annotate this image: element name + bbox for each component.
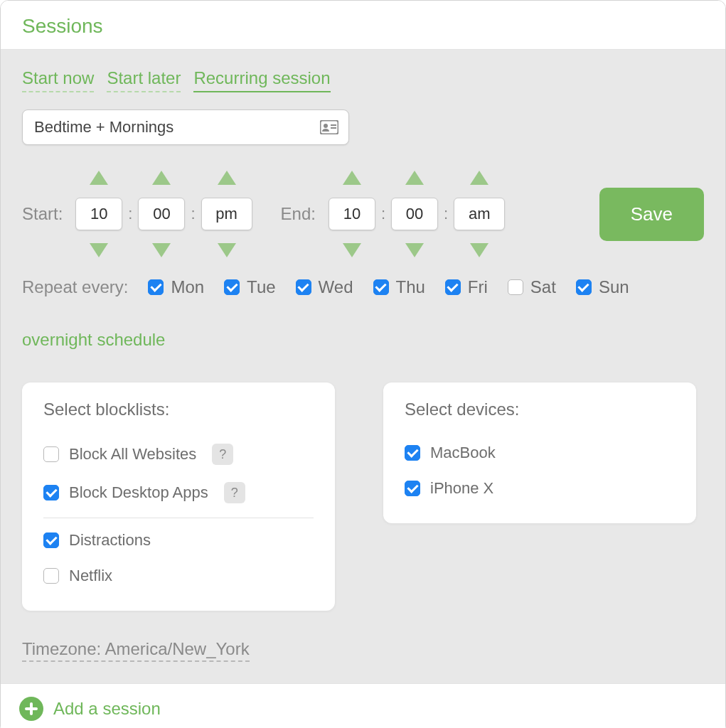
selection-cards: Select blocklists: Block All Websites ? … (22, 382, 704, 611)
start-min-input[interactable]: 00 (138, 198, 185, 230)
day-thu[interactable]: Thu (373, 277, 425, 297)
end-ampm-up-icon[interactable] (470, 171, 489, 185)
tab-start-now[interactable]: Start now (22, 68, 94, 92)
end-hour-down-icon[interactable] (343, 243, 361, 257)
panel-title: Sessions (22, 15, 704, 38)
end-min-down-icon[interactable] (405, 243, 424, 257)
overnight-note: overnight schedule (22, 330, 704, 350)
end-min-up-icon[interactable] (405, 171, 424, 185)
help-icon[interactable]: ? (212, 444, 233, 465)
repeat-row: Repeat every: Mon Tue Wed Thu Fri Sat Su… (22, 277, 704, 297)
start-hour-down-icon[interactable] (90, 243, 108, 257)
editor-content: Start now Start later Recurring session … (1, 50, 725, 683)
start-ampm-up-icon[interactable] (218, 171, 236, 185)
checkbox-wed[interactable] (296, 279, 311, 295)
help-icon[interactable]: ? (224, 482, 245, 503)
checkbox-sat[interactable] (508, 279, 523, 295)
save-button[interactable]: Save (599, 188, 704, 241)
checkbox-macbook[interactable] (405, 445, 420, 461)
svg-point-1 (324, 124, 328, 128)
day-fri[interactable]: Fri (445, 277, 488, 297)
day-wed[interactable]: Wed (296, 277, 353, 297)
start-hour-input[interactable]: 10 (75, 198, 122, 230)
day-sat[interactable]: Sat (508, 277, 556, 297)
divider (43, 518, 314, 518)
time-row: Start: 10 : 00 : pm (22, 171, 704, 257)
session-name-field-wrap[interactable] (22, 109, 349, 145)
blocklist-desktop-apps[interactable]: Block Desktop Apps ? (43, 473, 314, 512)
tab-start-later[interactable]: Start later (107, 68, 181, 92)
timezone-link[interactable]: Timezone: America/New_York (22, 639, 250, 662)
footer: Add a session (1, 683, 725, 728)
svg-rect-2 (331, 124, 336, 126)
checkbox-all-websites[interactable] (43, 446, 59, 462)
checkbox-tue[interactable] (224, 279, 240, 295)
start-hour-up-icon[interactable] (90, 171, 108, 185)
device-macbook[interactable]: MacBook (405, 435, 675, 471)
day-sun[interactable]: Sun (576, 277, 629, 297)
plus-icon[interactable] (19, 697, 43, 721)
end-time-group: End: 10 : 00 : am (281, 171, 506, 257)
contact-card-icon[interactable] (320, 120, 338, 134)
device-iphone[interactable]: iPhone X (405, 471, 675, 506)
checkbox-sun[interactable] (576, 279, 592, 295)
sessions-window: Sessions Start now Start later Recurring… (0, 0, 726, 728)
checkbox-iphone[interactable] (405, 481, 420, 496)
start-min-down-icon[interactable] (152, 243, 171, 257)
session-name-input[interactable] (33, 117, 320, 137)
devices-title: Select devices: (405, 400, 675, 419)
start-label: Start: (22, 204, 63, 224)
blocklists-card: Select blocklists: Block All Websites ? … (22, 382, 335, 611)
start-time-group: Start: 10 : 00 : pm (22, 171, 252, 257)
start-min-up-icon[interactable] (152, 171, 171, 185)
tab-recurring-session[interactable]: Recurring session (193, 68, 330, 92)
day-mon[interactable]: Mon (148, 277, 204, 297)
checkbox-desktop-apps[interactable] (43, 485, 59, 500)
session-type-tabs: Start now Start later Recurring session (22, 68, 704, 92)
start-ampm-input[interactable]: pm (201, 198, 252, 230)
devices-card: Select devices: MacBook iPhone X (383, 382, 696, 523)
end-hour-input[interactable]: 10 (329, 198, 375, 230)
end-label: End: (281, 204, 316, 224)
svg-rect-3 (331, 127, 336, 129)
end-ampm-input[interactable]: am (454, 198, 505, 230)
header: Sessions (1, 1, 725, 50)
add-session-button[interactable]: Add a session (53, 699, 161, 719)
checkbox-fri[interactable] (445, 279, 461, 295)
checkbox-mon[interactable] (148, 279, 164, 295)
end-ampm-down-icon[interactable] (470, 243, 489, 257)
checkbox-netflix[interactable] (43, 568, 59, 584)
checkbox-thu[interactable] (373, 279, 389, 295)
end-hour-up-icon[interactable] (343, 171, 361, 185)
blocklist-netflix[interactable]: Netflix (43, 558, 314, 594)
end-min-input[interactable]: 00 (391, 198, 438, 230)
start-ampm-down-icon[interactable] (218, 243, 236, 257)
repeat-label: Repeat every: (22, 277, 128, 297)
day-tue[interactable]: Tue (224, 277, 275, 297)
blocklist-all-websites[interactable]: Block All Websites ? (43, 435, 314, 473)
blocklist-distractions[interactable]: Distractions (43, 523, 314, 558)
blocklists-title: Select blocklists: (43, 400, 314, 419)
checkbox-distractions[interactable] (43, 532, 59, 548)
